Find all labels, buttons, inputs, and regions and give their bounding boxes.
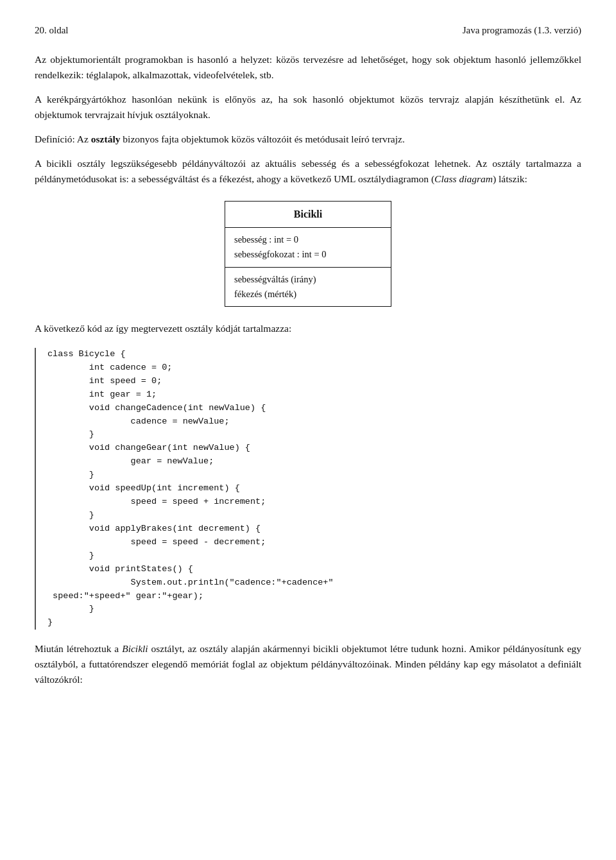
paragraph-definition: Definíció: Az osztály bizonyos fajta obj… xyxy=(35,132,581,147)
code-block: class Bicycle { int cadence = 0; int spe… xyxy=(47,348,581,630)
def-prefix: Definíció: Az xyxy=(35,133,91,144)
page-header: 20. oldal Java programozás (1.3. verzió) xyxy=(35,23,581,38)
uml-title: Bicikli xyxy=(225,202,391,228)
uml-method-2: fékezés (mérték) xyxy=(234,287,382,302)
paragraph-1: Az objektumorientált programokban is has… xyxy=(35,52,581,83)
paragraph-4: A bicikli osztály legszükségesebb példán… xyxy=(35,156,581,187)
uml-attr-1: sebesség : int = 0 xyxy=(234,232,382,247)
book-title: Java programozás (1.3. verzió) xyxy=(463,23,581,38)
paragraph-last: Miután létrehoztuk a Bicikli osztályt, a… xyxy=(35,641,581,687)
p4-main: A bicikli osztály legszükségesebb példán… xyxy=(35,158,581,184)
last-p-prefix: Miután létrehoztuk a xyxy=(35,643,122,654)
code-block-wrapper: class Bicycle { int cadence = 0; int spe… xyxy=(35,348,581,630)
uml-method-1: sebességváltás (irány) xyxy=(234,272,382,287)
uml-methods: sebességváltás (irány) fékezés (mérték) xyxy=(225,268,391,306)
page-number: 20. oldal xyxy=(35,23,69,38)
def-bold: osztály xyxy=(91,133,121,144)
last-p-italic: Bicikli xyxy=(122,643,148,654)
uml-attr-2: sebességfokozat : int = 0 xyxy=(234,247,382,262)
class-diagram-label: Class diagram xyxy=(434,173,493,184)
uml-box: Bicikli sebesség : int = 0 sebességfokoz… xyxy=(225,201,391,307)
paragraph-2: A kerékpárgyártókhoz hasonlóan nekünk is… xyxy=(35,92,581,123)
def-suffix: bizonyos fajta objektumok közös változói… xyxy=(120,133,404,144)
uml-attributes: sebesség : int = 0 sebességfokozat : int… xyxy=(225,228,391,267)
uml-diagram: Bicikli sebesség : int = 0 sebességfokoz… xyxy=(35,201,581,307)
code-intro: A következő kód az így megtervezett oszt… xyxy=(35,321,581,336)
